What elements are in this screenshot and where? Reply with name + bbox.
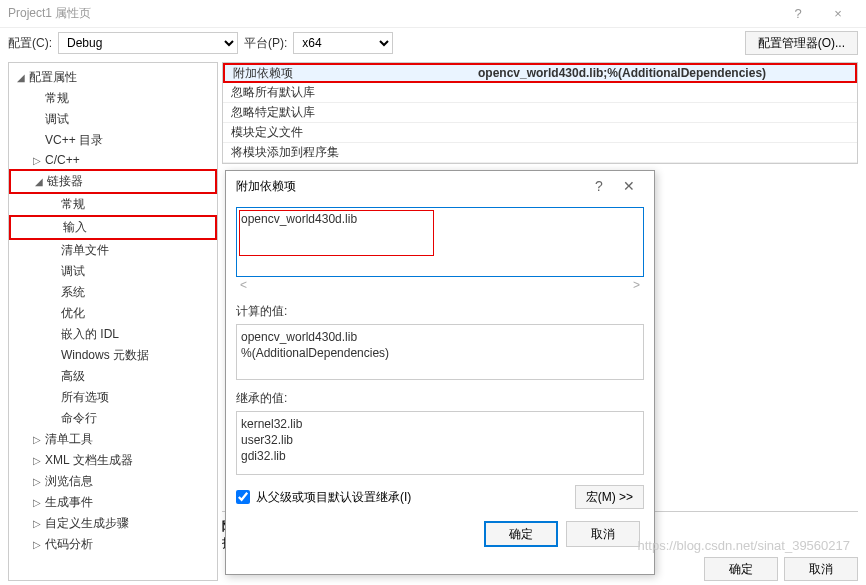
property-tree[interactable]: ◢配置属性常规调试VC++ 目录▷C/C++◢链接器常规输入清单文件调试系统优化… <box>8 62 218 581</box>
inherited-values-box: kernel32.libuser32.libgdi32.lib <box>236 411 644 475</box>
tree-arrow-icon: ▷ <box>33 539 45 550</box>
property-label: 将模块添加到程序集 <box>223 144 468 161</box>
tree-item-label: 生成事件 <box>45 494 93 511</box>
tree-item-label: XML 文档生成器 <box>45 452 133 469</box>
tree-item[interactable]: ▷生成事件 <box>9 492 217 513</box>
tree-item-label: 所有选项 <box>61 389 109 406</box>
dialog-cancel-button[interactable]: 取消 <box>566 521 640 547</box>
tree-arrow-icon: ▷ <box>33 155 45 166</box>
inherited-label: 继承的值: <box>236 390 644 407</box>
tree-item[interactable]: 命令行 <box>9 408 217 429</box>
tree-item-label: 系统 <box>61 284 85 301</box>
dialog-title: 附加依赖项 <box>236 178 584 195</box>
main-cancel-button[interactable]: 取消 <box>784 557 858 581</box>
config-select[interactable]: Debug <box>58 32 238 54</box>
tree-item-label: 常规 <box>61 196 85 213</box>
inherit-checkbox-label: 从父级或项目默认设置继承(I) <box>256 489 411 506</box>
tree-arrow-icon: ▷ <box>33 518 45 529</box>
tree-item[interactable]: 常规 <box>9 194 217 215</box>
tree-item-label: 常规 <box>45 90 69 107</box>
property-row[interactable]: 将模块添加到程序集 <box>223 143 857 163</box>
tree-item-label: C/C++ <box>45 153 80 167</box>
inherited-value-line: kernel32.lib <box>241 416 639 432</box>
tree-item-label: 清单文件 <box>61 242 109 259</box>
tree-item[interactable]: 清单文件 <box>9 240 217 261</box>
title-bar: Project1 属性页 ? × <box>0 0 866 28</box>
platform-label: 平台(P): <box>244 35 287 52</box>
tree-item[interactable]: ▷浏览信息 <box>9 471 217 492</box>
dialog-close-icon[interactable]: ✕ <box>614 178 644 194</box>
tree-item-label: 浏览信息 <box>45 473 93 490</box>
window-title: Project1 属性页 <box>8 5 778 22</box>
property-row[interactable]: 忽略所有默认库 <box>223 83 857 103</box>
property-row[interactable]: 模块定义文件 <box>223 123 857 143</box>
deps-edit-box[interactable]: opencv_world430d.lib <box>236 207 644 277</box>
tree-arrow-icon: ▷ <box>33 455 45 466</box>
tree-item-label: 代码分析 <box>45 536 93 553</box>
inherited-value-line: gdi32.lib <box>241 448 639 464</box>
scroll-hint: <> <box>236 277 644 293</box>
inherit-checkbox[interactable] <box>236 490 250 504</box>
tree-item[interactable]: 系统 <box>9 282 217 303</box>
tree-arrow-icon: ▷ <box>33 476 45 487</box>
tree-item-label: VC++ 目录 <box>45 132 103 149</box>
property-label: 忽略所有默认库 <box>223 84 468 101</box>
main-ok-button[interactable]: 确定 <box>704 557 778 581</box>
inherited-value-line: user32.lib <box>241 432 639 448</box>
config-manager-button[interactable]: 配置管理器(O)... <box>745 31 858 55</box>
tree-arrow-icon: ◢ <box>17 72 29 83</box>
tree-item-label: 链接器 <box>47 173 83 190</box>
tree-item[interactable]: ▷清单工具 <box>9 429 217 450</box>
computed-value-line: %(AdditionalDependencies) <box>241 345 639 361</box>
tree-item-label: 清单工具 <box>45 431 93 448</box>
additional-deps-dialog: 附加依赖项 ? ✕ opencv_world430d.lib <> 计算的值: … <box>225 170 655 575</box>
help-icon[interactable]: ? <box>778 6 818 21</box>
property-label: 模块定义文件 <box>223 124 468 141</box>
tree-item[interactable]: 常规 <box>9 88 217 109</box>
tree-arrow-icon: ◢ <box>35 176 47 187</box>
deps-edit-value: opencv_world430d.lib <box>241 212 357 226</box>
property-row[interactable]: 忽略特定默认库 <box>223 103 857 123</box>
macro-button[interactable]: 宏(M) >> <box>575 485 644 509</box>
tree-item-label: 自定义生成步骤 <box>45 515 129 532</box>
tree-item[interactable]: 嵌入的 IDL <box>9 324 217 345</box>
tree-item[interactable]: ▷自定义生成步骤 <box>9 513 217 534</box>
tree-item[interactable]: Windows 元数据 <box>9 345 217 366</box>
tree-item[interactable]: ▷XML 文档生成器 <box>9 450 217 471</box>
tree-item[interactable]: ▷C/C++ <box>9 151 217 169</box>
toolbar: 配置(C): Debug 平台(P): x64 配置管理器(O)... <box>0 28 866 58</box>
tree-item-label: 配置属性 <box>29 69 77 86</box>
tree-item[interactable]: ◢配置属性 <box>9 67 217 88</box>
tree-item[interactable]: 优化 <box>9 303 217 324</box>
tree-item-label: 高级 <box>61 368 85 385</box>
tree-item[interactable]: 调试 <box>9 109 217 130</box>
tree-item-label: 嵌入的 IDL <box>61 326 119 343</box>
platform-select[interactable]: x64 <box>293 32 393 54</box>
computed-value-line: opencv_world430d.lib <box>241 329 639 345</box>
tree-item-label: 调试 <box>45 111 69 128</box>
computed-values-box: opencv_world430d.lib%(AdditionalDependen… <box>236 324 644 380</box>
tree-item[interactable]: VC++ 目录 <box>9 130 217 151</box>
tree-item[interactable]: ◢链接器 <box>9 169 217 194</box>
tree-item[interactable]: 高级 <box>9 366 217 387</box>
tree-item[interactable]: ▷代码分析 <box>9 534 217 555</box>
dialog-help-icon[interactable]: ? <box>584 178 614 194</box>
config-label: 配置(C): <box>8 35 52 52</box>
tree-arrow-icon: ▷ <box>33 497 45 508</box>
tree-item[interactable]: 所有选项 <box>9 387 217 408</box>
close-icon[interactable]: × <box>818 6 858 21</box>
computed-label: 计算的值: <box>236 303 644 320</box>
tree-item[interactable]: 输入 <box>9 215 217 240</box>
dialog-title-bar: 附加依赖项 ? ✕ <box>226 171 654 201</box>
property-row[interactable]: 附加依赖项opencv_world430d.lib;%(AdditionalDe… <box>223 63 857 83</box>
property-value: opencv_world430d.lib;%(AdditionalDepende… <box>470 66 855 80</box>
tree-item-label: 调试 <box>61 263 85 280</box>
property-label: 忽略特定默认库 <box>223 104 468 121</box>
dialog-ok-button[interactable]: 确定 <box>484 521 558 547</box>
tree-item-label: 优化 <box>61 305 85 322</box>
tree-item-label: 输入 <box>63 219 87 236</box>
tree-item[interactable]: 调试 <box>9 261 217 282</box>
property-grid[interactable]: 附加依赖项opencv_world430d.lib;%(AdditionalDe… <box>222 62 858 164</box>
property-label: 附加依赖项 <box>225 65 470 82</box>
tree-item-label: 命令行 <box>61 410 97 427</box>
